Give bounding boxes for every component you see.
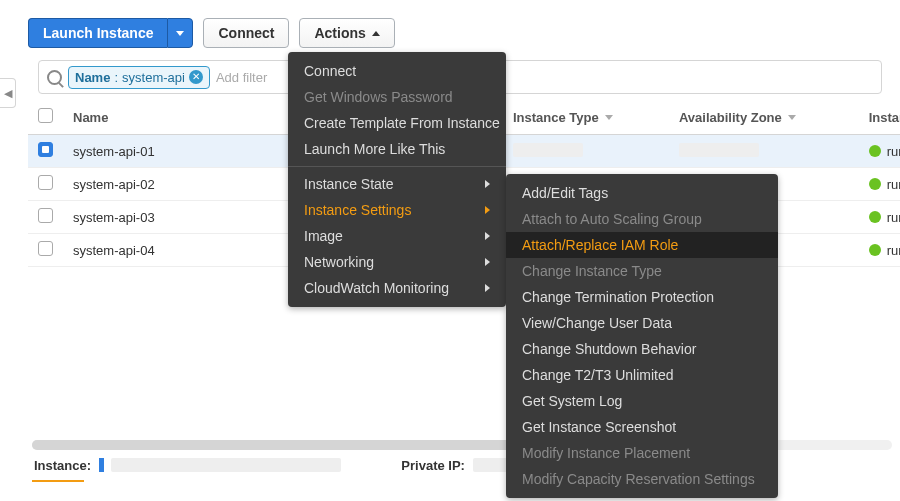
instance-settings-menu-item: Modify Capacity Reservation Settings xyxy=(506,466,778,492)
actions-menu-submenu[interactable]: Networking xyxy=(288,249,506,275)
instance-settings-menu-item[interactable]: Change T2/T3 Unlimited xyxy=(506,362,778,388)
chevron-right-icon xyxy=(485,284,490,292)
column-header-name[interactable]: Name xyxy=(73,110,108,125)
chevron-left-icon: ◀ xyxy=(4,87,12,100)
filter-chip-remove[interactable]: ✕ xyxy=(189,70,203,84)
filter-chip-key: Name xyxy=(75,70,110,85)
instance-settings-menu-item[interactable]: Change Shutdown Behavior xyxy=(506,336,778,362)
launch-instance-label: Launch Instance xyxy=(43,19,153,47)
actions-menu-item: Get Windows Password xyxy=(288,84,506,110)
instance-settings-menu-item[interactable]: Add/Edit Tags xyxy=(506,180,778,206)
actions-menu-item[interactable]: Create Template From Instance xyxy=(288,110,506,136)
connect-label: Connect xyxy=(218,19,274,47)
actions-menu-submenu[interactable]: CloudWatch Monitoring xyxy=(288,275,506,301)
cell-instance-state: running xyxy=(859,135,900,168)
caret-up-icon xyxy=(372,31,380,36)
row-checkbox[interactable] xyxy=(38,208,53,223)
column-header-instance-type[interactable]: Instance Type xyxy=(503,100,669,135)
actions-menu-submenu[interactable]: Instance Settings xyxy=(288,197,506,223)
instance-settings-menu-item[interactable]: Attach/Replace IAM Role xyxy=(506,232,778,258)
instance-settings-menu-item: Change Instance Type xyxy=(506,258,778,284)
actions-menu-item[interactable]: Launch More Like This xyxy=(288,136,506,162)
instance-settings-menu-item: Modify Instance Placement xyxy=(506,440,778,466)
column-header-availability-zone[interactable]: Availability Zone xyxy=(669,100,859,135)
actions-menu-submenu[interactable]: Image xyxy=(288,223,506,249)
instance-settings-menu-item[interactable]: Change Termination Protection xyxy=(506,284,778,310)
instance-settings-menu-item[interactable]: Get System Log xyxy=(506,388,778,414)
launch-instance-group: Launch Instance xyxy=(28,18,193,48)
row-checkbox[interactable] xyxy=(38,142,53,157)
row-checkbox[interactable] xyxy=(38,241,53,256)
cell-instance-state: running xyxy=(859,201,900,234)
instance-settings-menu-item: Attach to Auto Scaling Group xyxy=(506,206,778,232)
instance-settings-menu-item[interactable]: View/Change User Data xyxy=(506,310,778,336)
connect-button[interactable]: Connect xyxy=(203,18,289,48)
chevron-right-icon xyxy=(485,206,490,214)
filter-chip-value: system-api xyxy=(122,70,185,85)
status-dot-icon xyxy=(869,145,881,157)
sort-caret-icon xyxy=(788,115,796,120)
chevron-right-icon xyxy=(485,232,490,240)
actions-button[interactable]: Actions xyxy=(299,18,394,48)
cell-availability-zone xyxy=(679,143,759,157)
row-checkbox[interactable] xyxy=(38,175,53,190)
status-dot-icon xyxy=(869,178,881,190)
chevron-right-icon xyxy=(485,258,490,266)
status-dot-icon xyxy=(869,244,881,256)
details-private-ip-label: Private IP: xyxy=(401,458,465,473)
filter-chip-name[interactable]: Name : system-api ✕ xyxy=(68,66,210,89)
menu-divider xyxy=(288,166,506,167)
actions-menu-item[interactable]: Connect xyxy=(288,58,506,84)
instance-settings-menu-item[interactable]: Get Instance Screenshot xyxy=(506,414,778,440)
details-instance-label: Instance: xyxy=(34,458,91,473)
cell-instance-state: running xyxy=(859,168,900,201)
launch-instance-dropdown-button[interactable] xyxy=(167,18,193,48)
cell-instance-state: running xyxy=(859,234,900,267)
sort-caret-icon xyxy=(605,115,613,120)
caret-down-icon xyxy=(176,31,184,36)
search-icon xyxy=(47,70,62,85)
actions-menu-submenu[interactable]: Instance State xyxy=(288,171,506,197)
instance-settings-submenu: Add/Edit TagsAttach to Auto Scaling Grou… xyxy=(506,174,778,498)
column-header-instance-state[interactable]: Instance State xyxy=(859,100,900,135)
launch-instance-button[interactable]: Launch Instance xyxy=(28,18,167,48)
actions-label: Actions xyxy=(314,19,365,47)
status-dot-icon xyxy=(869,211,881,223)
details-instance-value xyxy=(111,458,341,472)
sidebar-collapse-handle[interactable]: ◀ xyxy=(0,78,16,108)
chevron-right-icon xyxy=(485,180,490,188)
select-all-checkbox[interactable] xyxy=(38,108,53,123)
selection-indicator xyxy=(99,458,104,472)
cell-instance-type xyxy=(513,143,583,157)
actions-menu: ConnectGet Windows PasswordCreate Templa… xyxy=(288,52,506,307)
